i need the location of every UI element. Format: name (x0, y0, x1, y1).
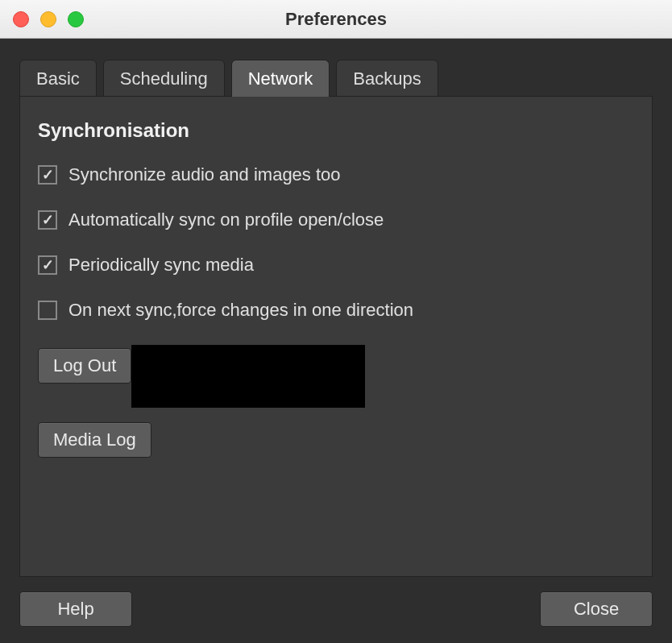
tabs-row: Basic Scheduling Network Backups (19, 60, 653, 97)
window-maximize-button[interactable] (68, 11, 84, 27)
tab-backups[interactable]: Backups (336, 60, 438, 97)
logout-row: Log Out (38, 345, 634, 408)
checkbox-row-auto-sync: Automatically sync on profile open/close (38, 209, 634, 230)
tab-panel-network: Synchronisation Synchronize audio and im… (19, 96, 653, 577)
media-log-row: Media Log (38, 422, 634, 458)
media-log-button[interactable]: Media Log (38, 422, 151, 458)
tab-scheduling[interactable]: Scheduling (103, 60, 225, 97)
checkbox-sync-media[interactable] (38, 165, 57, 185)
traffic-lights (13, 11, 84, 27)
redacted-account-info (131, 345, 365, 408)
window-title: Preferences (285, 9, 387, 30)
titlebar: Preferences (0, 0, 672, 39)
checkbox-periodic-sync[interactable] (38, 255, 57, 275)
checkbox-label-periodic-sync: Periodically sync media (68, 255, 254, 276)
tab-basic[interactable]: Basic (19, 60, 97, 97)
checkbox-label-sync-media: Synchronize audio and images too (68, 164, 341, 185)
help-button[interactable]: Help (19, 591, 132, 627)
section-title-sync: Synchronisation (38, 119, 634, 142)
window-minimize-button[interactable] (40, 11, 56, 27)
logout-button[interactable]: Log Out (38, 348, 131, 384)
window-close-button[interactable] (13, 11, 29, 27)
checkbox-row-sync-media: Synchronize audio and images too (38, 164, 634, 185)
close-button[interactable]: Close (540, 591, 653, 627)
checkbox-force-direction[interactable] (38, 301, 57, 320)
checkbox-row-periodic-sync: Periodically sync media (38, 255, 634, 276)
checkbox-label-force-direction: On next sync,force changes in one direct… (68, 300, 413, 321)
checkbox-row-force-direction: On next sync,force changes in one direct… (38, 300, 634, 321)
footer: Help Close (19, 577, 653, 627)
checkbox-auto-sync[interactable] (38, 210, 57, 230)
tab-network[interactable]: Network (231, 60, 330, 97)
checkbox-label-auto-sync: Automatically sync on profile open/close (68, 209, 384, 230)
window-body: Basic Scheduling Network Backups Synchro… (0, 39, 672, 643)
